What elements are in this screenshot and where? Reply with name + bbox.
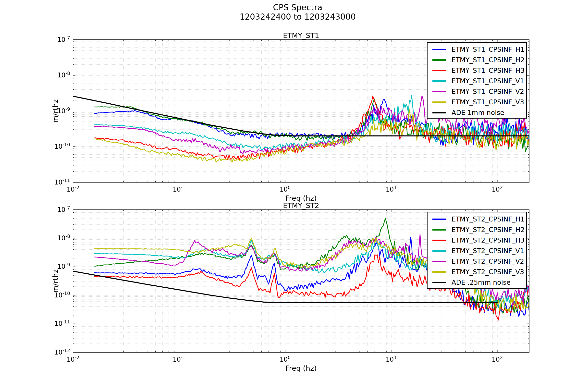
x-tick-label: 101 xyxy=(386,185,397,193)
legend-line-swatch xyxy=(432,91,446,92)
legend-item: ETMY_ST2_CPSINF_V3 xyxy=(428,266,526,277)
figure: CPS Spectra 1203242400 to 1203243000 ETM… xyxy=(0,0,588,392)
legend-item: ETMY_ST2_CPSINF_H2 xyxy=(428,224,526,235)
x-tick-label: 100 xyxy=(280,355,290,363)
legend-label: ETMY_ST2_CPSINF_H1 xyxy=(452,215,524,223)
legend-item: ETMY_ST2_CPSINF_V1 xyxy=(428,246,526,256)
legend-line-swatch xyxy=(432,261,446,262)
y-tick-label: 10-8 xyxy=(43,71,70,79)
legend-label: ETMY_ST1_CPSINF_V3 xyxy=(452,98,524,106)
plot1-title: ETMY_ST1 xyxy=(73,31,529,40)
legend-ETMY_ST1: ETMY_ST1_CPSINF_H1ETMY_ST1_CPSINF_H2ETMY… xyxy=(427,42,527,118)
legend-line-swatch xyxy=(432,282,446,283)
legend-line-swatch xyxy=(432,112,446,114)
x-tick-label: 10-1 xyxy=(173,355,186,363)
y-tick-label: 10-11 xyxy=(43,178,70,186)
legend-item: ADE 1mm noise xyxy=(428,107,526,118)
y-tick-label: 10-10 xyxy=(43,290,70,299)
x-tick-label: 10-2 xyxy=(67,355,80,363)
legend-label: ETMY_ST2_CPSINF_V1 xyxy=(452,247,524,254)
legend-line-swatch xyxy=(432,218,446,220)
y-tick-label: 10-11 xyxy=(43,319,70,328)
legend-line-swatch xyxy=(432,229,446,230)
legend-item: ETMY_ST2_CPSINF_H3 xyxy=(428,235,526,246)
legend-label: ETMY_ST2_CPSINF_V2 xyxy=(452,258,524,265)
figure-title-line1: CPS Spectra xyxy=(0,3,588,12)
legend-line-swatch xyxy=(432,59,446,61)
y-tick-label: 10-9 xyxy=(43,262,70,270)
legend-label: ETMY_ST1_CPSINF_V1 xyxy=(452,77,524,85)
legend-label: ETMY_ST2_CPSINF_V3 xyxy=(452,268,524,276)
x-tick-label: 100 xyxy=(280,185,290,193)
legend-item: ETMY_ST2_CPSINF_H1 xyxy=(428,214,526,224)
x-tick-label: 10-2 xyxy=(67,185,80,193)
legend-item: ETMY_ST1_CPSINF_V3 xyxy=(428,97,526,107)
legend-item: ETMY_ST1_CPSINF_V1 xyxy=(428,76,526,86)
x-tick-label: 101 xyxy=(386,355,397,363)
legend-line-swatch xyxy=(432,271,446,273)
legend-label: ETMY_ST2_CPSINF_H3 xyxy=(452,236,524,244)
plot1-xlabel: Freq (hz) xyxy=(73,194,529,202)
figure-title: CPS Spectra 1203242400 to 1203243000 xyxy=(0,3,588,22)
plot2-xlabel: Freq (hz) xyxy=(73,364,529,372)
legend-line-swatch xyxy=(432,49,446,50)
plot2-title: ETMY_ST2 xyxy=(73,202,529,210)
legend-label: ETMY_ST1_CPSINF_H3 xyxy=(452,67,524,74)
x-tick-label: 102 xyxy=(492,185,503,193)
y-tick-label: 10-7 xyxy=(43,205,70,214)
legend-line-swatch xyxy=(432,70,446,71)
legend-item: ETMY_ST2_CPSINF_V2 xyxy=(428,256,526,266)
legend-label: ETMY_ST2_CPSINF_H2 xyxy=(452,226,524,234)
y-tick-label: 10-8 xyxy=(43,234,70,242)
legend-item: ETMY_ST1_CPSINF_V2 xyxy=(428,86,526,97)
figure-title-line2: 1203242400 to 1203243000 xyxy=(0,12,588,22)
legend-item: ETMY_ST1_CPSINF_H3 xyxy=(428,65,526,76)
legend-item: ETMY_ST1_CPSINF_H2 xyxy=(428,55,526,65)
legend-label: ADE .25mm noise xyxy=(452,278,510,286)
legend-label: ADE 1mm noise xyxy=(452,109,504,116)
legend-ETMY_ST2: ETMY_ST2_CPSINF_H1ETMY_ST2_CPSINF_H2ETMY… xyxy=(427,212,527,289)
legend-item: ADE .25mm noise xyxy=(428,277,526,288)
y-tick-label: 10-9 xyxy=(43,106,70,115)
legend-label: ETMY_ST1_CPSINF_V2 xyxy=(452,88,524,95)
legend-line-swatch xyxy=(432,250,446,252)
plot2-ylabel: m/rthz xyxy=(51,270,60,293)
y-tick-label: 10-10 xyxy=(43,142,70,150)
legend-label: ETMY_ST1_CPSINF_H1 xyxy=(452,46,524,53)
x-tick-label: 102 xyxy=(492,355,503,363)
legend-line-swatch xyxy=(432,240,446,241)
x-tick-label: 10-1 xyxy=(173,185,186,193)
legend-line-swatch xyxy=(432,102,446,103)
legend-label: ETMY_ST1_CPSINF_H2 xyxy=(452,56,524,64)
legend-line-swatch xyxy=(432,80,446,82)
legend-item: ETMY_ST1_CPSINF_H1 xyxy=(428,44,526,55)
y-tick-label: 10-12 xyxy=(43,348,70,356)
y-tick-label: 10-7 xyxy=(43,35,70,43)
